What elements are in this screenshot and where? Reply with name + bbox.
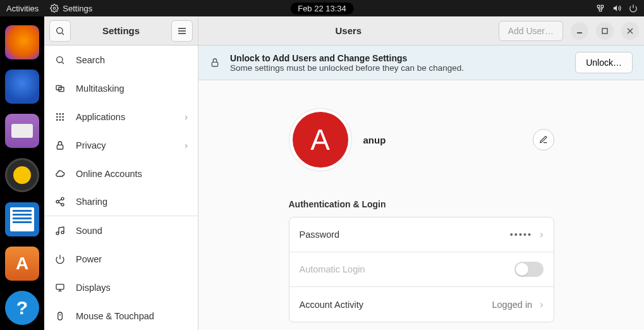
svg-rect-21 xyxy=(58,312,63,320)
unlock-banner: Unlock to Add Users and Change Settings … xyxy=(198,46,644,80)
svg-rect-22 xyxy=(602,28,607,34)
sidebar-item-label: Privacy xyxy=(76,140,106,150)
sidebar-header: Settings xyxy=(44,16,198,46)
topbar-app-menu[interactable]: Settings xyxy=(50,4,92,13)
svg-point-10 xyxy=(62,116,64,118)
avatar-wrap: A xyxy=(289,108,352,171)
autologin-switch[interactable] xyxy=(514,262,544,277)
svg-point-6 xyxy=(59,113,61,115)
dock-rhythmbox[interactable] xyxy=(5,158,39,192)
sidebar-item-sound[interactable]: Sound xyxy=(44,216,198,245)
svg-point-9 xyxy=(59,116,61,118)
sidebar-item-label: Sharing xyxy=(76,197,107,207)
power-icon[interactable] xyxy=(629,4,638,13)
chevron-right-icon: › xyxy=(185,112,188,122)
dock-firefox[interactable] xyxy=(5,25,39,59)
add-user-button[interactable]: Add User… xyxy=(499,21,563,41)
dock-ubuntu-software[interactable]: A xyxy=(5,247,39,281)
sidebar-menu-button[interactable] xyxy=(171,20,193,42)
dock-files[interactable] xyxy=(5,114,39,148)
settings-sidebar: Settings Search Multitasking Application… xyxy=(44,16,198,330)
banner-subtitle: Some settings must be unlocked before th… xyxy=(230,63,565,73)
network-icon[interactable] xyxy=(596,4,605,13)
sidebar-item-label: Mouse & Touchpad xyxy=(76,311,154,321)
sidebar-item-mouse-touchpad[interactable]: Mouse & Touchpad xyxy=(44,302,198,330)
svg-point-11 xyxy=(56,119,58,121)
sidebar-item-multitasking[interactable]: Multitasking xyxy=(44,74,198,102)
username-label: anup xyxy=(363,135,386,145)
sidebar-item-applications[interactable]: Applications › xyxy=(44,102,198,131)
svg-rect-14 xyxy=(57,145,63,149)
sidebar-item-label: Displays xyxy=(76,283,111,293)
automatic-login-row: Automatic Login xyxy=(289,252,554,287)
volume-icon[interactable] xyxy=(612,4,621,13)
svg-point-2 xyxy=(57,56,63,62)
auth-settings-box: Password ••••• › Automatic Login Acco xyxy=(289,217,554,322)
sidebar-title: Settings xyxy=(76,25,166,36)
account-activity-row[interactable]: Account Activity Logged in › xyxy=(289,287,554,322)
svg-point-0 xyxy=(54,7,56,9)
window-maximize-button[interactable] xyxy=(596,22,614,40)
dock-help[interactable]: ? xyxy=(5,291,39,325)
password-value: ••••• xyxy=(510,229,532,240)
banner-title: Unlock to Add Users and Change Settings xyxy=(230,53,565,63)
main-header: Users Add User… xyxy=(198,16,644,46)
svg-point-19 xyxy=(61,231,64,233)
applications-icon xyxy=(54,111,66,123)
music-note-icon xyxy=(54,225,66,236)
window-minimize-button[interactable] xyxy=(571,22,588,40)
autologin-label: Automatic Login xyxy=(300,264,365,274)
gnome-topbar: Activities Settings Feb 22 13:34 xyxy=(0,0,644,16)
page-title: Users xyxy=(204,25,494,36)
activity-label: Account Activity xyxy=(300,300,364,310)
sidebar-item-label: Online Accounts xyxy=(76,169,142,179)
sidebar-item-label: Applications xyxy=(76,112,125,122)
sidebar-item-label: Multitasking xyxy=(76,83,125,94)
auth-section-title: Authentication & Login xyxy=(289,199,554,209)
lock-icon xyxy=(54,140,66,151)
user-header-row: A anup xyxy=(289,108,554,171)
chevron-right-icon: › xyxy=(185,140,188,150)
power-icon xyxy=(54,254,66,265)
svg-point-18 xyxy=(56,232,59,235)
svg-point-13 xyxy=(62,119,64,121)
dock-libreoffice-writer[interactable] xyxy=(5,202,39,236)
sidebar-search-button[interactable] xyxy=(49,20,71,42)
sidebar-item-power[interactable]: Power xyxy=(44,245,198,273)
svg-point-16 xyxy=(56,200,59,203)
svg-point-15 xyxy=(61,197,64,200)
cloud-icon xyxy=(54,168,66,180)
topbar-app-name: Settings xyxy=(63,4,92,13)
sidebar-item-sharing[interactable]: Sharing xyxy=(44,188,198,216)
password-row[interactable]: Password ••••• › xyxy=(289,217,554,252)
sidebar-item-label: Sound xyxy=(76,226,102,236)
content-area: A anup Authentication & Login Password •… xyxy=(198,80,644,330)
chevron-right-icon: › xyxy=(540,299,543,310)
sidebar-item-search[interactable]: Search xyxy=(44,46,198,74)
svg-point-5 xyxy=(56,113,58,115)
sidebar-item-online-accounts[interactable]: Online Accounts xyxy=(44,159,198,188)
sidebar-item-label: Power xyxy=(76,254,102,264)
edit-username-button[interactable] xyxy=(533,129,554,150)
dock-thunderbird[interactable] xyxy=(5,70,39,104)
search-icon xyxy=(54,54,66,66)
svg-rect-20 xyxy=(56,284,64,289)
avatar[interactable]: A xyxy=(293,112,348,168)
sidebar-item-label: Search xyxy=(76,55,105,65)
unlock-button[interactable]: Unlock… xyxy=(575,52,633,73)
monitor-icon xyxy=(54,282,66,293)
window-close-button[interactable] xyxy=(621,22,639,40)
activity-value: Logged in xyxy=(492,300,532,310)
password-label: Password xyxy=(300,229,340,240)
activities-button[interactable]: Activities xyxy=(6,4,39,13)
svg-point-7 xyxy=(62,113,64,115)
sidebar-item-privacy[interactable]: Privacy › xyxy=(44,131,198,159)
ubuntu-dock: A ? xyxy=(0,16,44,330)
sidebar-item-displays[interactable]: Displays xyxy=(44,273,198,302)
svg-point-8 xyxy=(56,116,58,118)
svg-point-12 xyxy=(59,119,61,121)
topbar-clock[interactable]: Feb 22 13:34 xyxy=(290,3,354,15)
multitasking-icon xyxy=(54,83,66,94)
settings-gear-icon xyxy=(50,4,59,13)
svg-point-17 xyxy=(61,204,64,206)
